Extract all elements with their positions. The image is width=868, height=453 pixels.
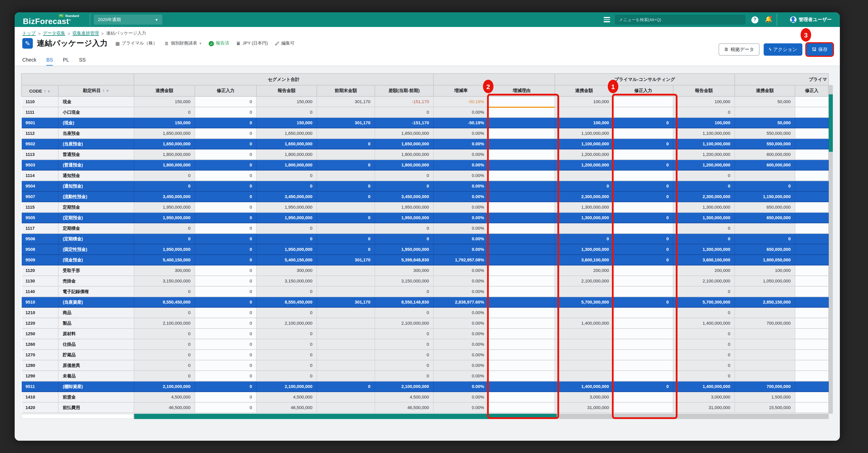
cell-value[interactable]: 0: [195, 318, 256, 329]
cell-value[interactable]: [489, 371, 555, 381]
cell-value[interactable]: [795, 371, 829, 381]
cell-value[interactable]: [795, 107, 829, 118]
cell-value[interactable]: [614, 286, 673, 297]
tab-pl[interactable]: PL: [63, 57, 69, 66]
cell-value[interactable]: [489, 318, 555, 329]
cell-value[interactable]: [614, 97, 673, 107]
menu-icon[interactable]: [604, 17, 610, 22]
cell-value[interactable]: 0: [195, 276, 256, 286]
evidence-data-button[interactable]: 🗎根拠データ: [719, 43, 760, 56]
cell-value[interactable]: [489, 107, 555, 118]
cell-value[interactable]: [614, 402, 673, 413]
cell-value[interactable]: [795, 318, 829, 329]
cell-value[interactable]: 0: [195, 329, 256, 339]
cell-value[interactable]: [614, 339, 673, 350]
vertical-scrollbar-thumb[interactable]: [829, 94, 833, 152]
cell-value[interactable]: 0: [195, 308, 256, 318]
action-button[interactable]: ϟアクション: [764, 43, 802, 56]
cell-value[interactable]: [489, 350, 555, 360]
cell-value[interactable]: [795, 128, 829, 139]
help-icon[interactable]: ?: [751, 16, 758, 23]
cell-value[interactable]: 0: [195, 286, 256, 297]
cell-value[interactable]: [489, 97, 555, 107]
cell-value[interactable]: 0: [195, 402, 256, 413]
cell-value[interactable]: [795, 223, 829, 234]
column-header[interactable]: 勘定科目↑▼: [58, 85, 134, 97]
cell-value[interactable]: [489, 392, 555, 402]
cell-value[interactable]: [795, 286, 829, 297]
cell-value[interactable]: [614, 392, 673, 402]
cell-value[interactable]: [614, 107, 673, 118]
cell-value[interactable]: [795, 149, 829, 160]
cell-value[interactable]: 0: [195, 107, 256, 118]
cell-value[interactable]: [489, 149, 555, 160]
horizontal-scrollbar-thumb[interactable]: [134, 414, 557, 419]
cell-value[interactable]: [489, 128, 555, 139]
cell-value[interactable]: [614, 149, 673, 160]
cell-value[interactable]: [614, 276, 673, 286]
cell-value[interactable]: 0: [195, 170, 256, 181]
cell-value[interactable]: 0: [195, 371, 256, 381]
cell-value[interactable]: [614, 223, 673, 234]
cell-value[interactable]: [614, 308, 673, 318]
breadcrumb-data-collection[interactable]: データ収集: [43, 30, 65, 36]
cell-value[interactable]: [795, 350, 829, 360]
cell-value[interactable]: 0: [195, 149, 256, 160]
column-header[interactable]: CODE↑▼: [22, 85, 58, 97]
cell-value[interactable]: [489, 360, 555, 371]
sort-asc-icon[interactable]: ↑: [102, 89, 105, 93]
cell-value[interactable]: [489, 308, 555, 318]
cell-value[interactable]: [489, 202, 555, 213]
cell-value[interactable]: [795, 360, 829, 371]
cell-value[interactable]: [795, 329, 829, 339]
cell-value[interactable]: 0: [195, 128, 256, 139]
sort-asc-icon[interactable]: ↑: [44, 89, 46, 93]
cell-value[interactable]: [489, 329, 555, 339]
tab-check[interactable]: Check: [22, 57, 36, 66]
cell-value[interactable]: [795, 202, 829, 213]
user-menu[interactable]: 👤 管理者ユーザー: [790, 12, 832, 27]
cell-value[interactable]: [614, 318, 673, 329]
cell-value[interactable]: [795, 276, 829, 286]
cell-value[interactable]: [614, 360, 673, 371]
cell-value[interactable]: [489, 276, 555, 286]
cell-value[interactable]: 0: [195, 350, 256, 360]
cell-value[interactable]: [795, 402, 829, 413]
cell-value[interactable]: [795, 97, 829, 107]
breadcrumb-progress[interactable]: 収集進捗管理: [72, 30, 99, 36]
period-select[interactable]: 2025年通期 ▼: [94, 14, 162, 25]
cell-value[interactable]: [795, 170, 829, 181]
cell-value[interactable]: [614, 202, 673, 213]
notification-bell-icon[interactable]: 🔔: [765, 16, 772, 23]
cell-value[interactable]: 0: [195, 392, 256, 402]
breadcrumb-home[interactable]: トップ: [22, 30, 36, 36]
menu-search-input[interactable]: メニューを検索(Alt+Q): [615, 14, 745, 25]
cell-value[interactable]: [489, 339, 555, 350]
cell-value[interactable]: [795, 265, 829, 276]
cell-value[interactable]: [614, 371, 673, 381]
cell-value[interactable]: [489, 265, 555, 276]
cell-value[interactable]: [614, 329, 673, 339]
cell-value[interactable]: [489, 402, 555, 413]
tab-ss[interactable]: SS: [79, 57, 86, 66]
cell-value[interactable]: [614, 170, 673, 181]
cell-value[interactable]: [489, 170, 555, 181]
tab-bs[interactable]: BS: [46, 57, 53, 66]
filter-funnel-icon[interactable]: ▼: [47, 90, 51, 93]
cell-value[interactable]: 0: [195, 202, 256, 213]
cell-value[interactable]: [614, 350, 673, 360]
statement-meta[interactable]: 🗎個別財務諸表▼: [164, 40, 202, 46]
cell-value[interactable]: [614, 265, 673, 276]
cell-value[interactable]: 0: [195, 265, 256, 276]
cell-value[interactable]: 0: [195, 360, 256, 371]
save-button[interactable]: 🖫保存: [806, 43, 833, 56]
cell-value[interactable]: [614, 128, 673, 139]
cell-value[interactable]: 0: [195, 223, 256, 234]
cell-value[interactable]: [795, 339, 829, 350]
cell-value[interactable]: 0: [195, 339, 256, 350]
cell-value[interactable]: [489, 286, 555, 297]
cell-value[interactable]: [795, 392, 829, 402]
cell-value[interactable]: [795, 308, 829, 318]
cell-value[interactable]: 0: [195, 97, 256, 107]
filter-funnel-icon[interactable]: ▼: [106, 89, 109, 93]
